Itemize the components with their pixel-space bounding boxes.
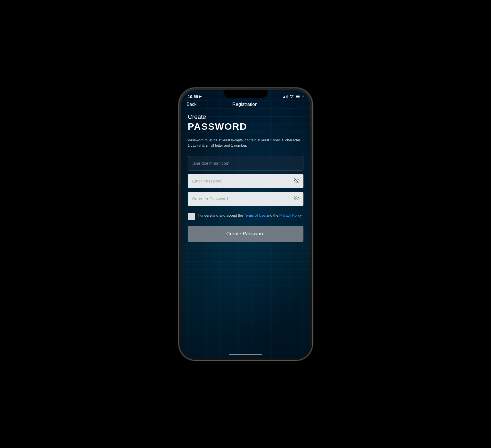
signal-bar-1: [283, 97, 284, 98]
password-input-wrapper: [188, 174, 303, 188]
silent-switch: [179, 132, 180, 142]
password-group: [188, 174, 303, 188]
reenter-password-toggle-icon[interactable]: [294, 196, 300, 202]
location-icon: ▶: [199, 95, 201, 98]
reenter-password-group: [188, 192, 303, 206]
terms-checkbox[interactable]: [188, 213, 195, 220]
email-input-wrapper: [188, 156, 303, 171]
create-password-button[interactable]: Create Password: [188, 226, 303, 242]
status-icons: [283, 94, 303, 99]
email-group: [188, 156, 303, 171]
password-hint: Password must be at least 8-digits, cont…: [188, 137, 303, 148]
power-button: [312, 144, 312, 163]
terms-text: I understand and accept the Terms of Use…: [198, 213, 302, 218]
privacy-policy-link[interactable]: Privacy Policy: [279, 213, 302, 217]
signal-bar-4: [287, 95, 288, 98]
heading-password: PASSWORD: [188, 121, 303, 132]
back-button[interactable]: Back: [187, 102, 197, 107]
battery-icon: [296, 95, 303, 98]
email-input[interactable]: [188, 156, 303, 171]
heading-create: Create: [188, 113, 303, 121]
signal-bar-3: [286, 96, 286, 98]
signal-icon: [283, 95, 288, 98]
terms-middle: and the: [265, 213, 280, 217]
time-display: 10.59: [188, 94, 198, 99]
page-content: Create PASSWORD Password must be at leas…: [181, 111, 310, 247]
terms-prefix: I understand and accept the: [198, 213, 244, 217]
page-title: Registration: [232, 102, 258, 107]
wifi-icon: [290, 94, 294, 99]
phone-device: 10.59 ▶: [179, 88, 312, 360]
signal-bar-2: [284, 96, 285, 98]
app-screen: 10.59 ▶: [181, 90, 310, 358]
notch: [224, 90, 267, 98]
terms-section: I understand and accept the Terms of Use…: [188, 213, 303, 220]
status-time: 10.59 ▶: [188, 94, 202, 99]
volume-down-button: [179, 167, 180, 184]
password-toggle-icon[interactable]: [294, 178, 300, 184]
password-input[interactable]: [188, 174, 303, 188]
volume-up-button: [179, 146, 180, 163]
reenter-password-input[interactable]: [188, 192, 303, 206]
home-indicator: [229, 354, 262, 355]
nav-bar: Back Registration: [181, 101, 310, 111]
terms-of-use-link[interactable]: Terms of Use: [244, 213, 265, 217]
reenter-input-wrapper: [188, 192, 303, 206]
phone-screen: 10.59 ▶: [181, 90, 310, 358]
